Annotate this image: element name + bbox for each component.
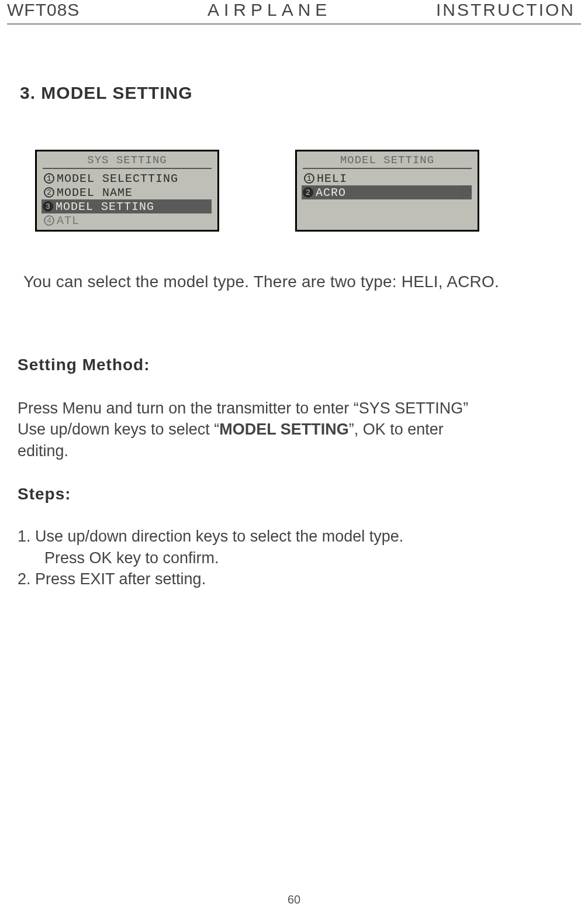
lcd-row-selected: 2 ACRO xyxy=(302,185,472,199)
step-line: 1. Use up/down direction keys to select … xyxy=(18,528,403,545)
setting-method-body: Press Menu and turn on the transmitter t… xyxy=(18,398,570,461)
lcd-title: SYS SETTING xyxy=(43,154,212,167)
lcd-model-setting: MODEL SETTING 1 HELI 2 ACRO ✓ xyxy=(295,150,479,232)
lcd-item-number-icon: 4 xyxy=(44,215,54,226)
header-section: AIRPLANE xyxy=(184,0,331,20)
lcd-item-number-icon: 2 xyxy=(44,187,54,198)
step-line: 2. Press EXIT after setting. xyxy=(18,570,206,588)
lcd-row-selected: 3 MODEL SETTING xyxy=(41,199,212,213)
lcd-item-label: HELI xyxy=(317,172,347,185)
lcd-screenshots-row: SYS SETTING 1 MODEL SELECTTING 2 MODEL N… xyxy=(35,150,570,232)
method-line: Press Menu and turn on the transmitter t… xyxy=(18,399,468,417)
steps-heading: Steps: xyxy=(18,485,570,504)
lcd-item-label: MODEL NAME xyxy=(57,186,133,199)
page-number: 60 xyxy=(0,893,588,906)
lcd-row: 4 ATL xyxy=(43,213,212,227)
page-header: WFT08S AIRPLANE INSTRUCTION xyxy=(7,0,581,25)
lcd-row: 1 HELI xyxy=(303,171,472,185)
lcd-item-label: MODEL SELECTTING xyxy=(57,172,178,185)
steps-body: 1. Use up/down direction keys to select … xyxy=(18,526,570,590)
lcd-divider xyxy=(43,168,212,169)
lcd-row: 1 MODEL SELECTTING xyxy=(43,171,212,185)
section-title: 3. MODEL SETTING xyxy=(20,83,570,103)
lcd-item-label: ACRO xyxy=(316,186,346,199)
method-line: Use up/down keys to select “ xyxy=(18,420,219,438)
header-model: WFT08S xyxy=(7,0,79,20)
lcd-title: MODEL SETTING xyxy=(303,154,472,167)
lcd-row: 2 MODEL NAME xyxy=(43,185,212,199)
lcd-sys-setting: SYS SETTING 1 MODEL SELECTTING 2 MODEL N… xyxy=(35,150,219,232)
lcd-divider xyxy=(303,168,472,169)
lcd-item-label: MODEL SETTING xyxy=(56,200,154,213)
intro-text: You can select the model type. There are… xyxy=(23,273,570,291)
method-line: editing. xyxy=(18,442,68,460)
checkmark-icon: ✓ xyxy=(461,185,472,196)
lcd-item-number-icon: 2 xyxy=(303,187,313,198)
method-bold-term: MODEL SETTING xyxy=(219,420,349,438)
lcd-item-number-icon: 1 xyxy=(304,173,314,184)
step-line: Press OK key to confirm. xyxy=(18,547,570,568)
setting-method-heading: Setting Method: xyxy=(18,356,570,374)
lcd-item-number-icon: 1 xyxy=(44,173,54,184)
header-type: INSTRUCTION xyxy=(436,0,575,20)
page-content: 3. MODEL SETTING SYS SETTING 1 MODEL SEL… xyxy=(0,83,588,590)
method-line: ”, OK to enter xyxy=(349,420,444,438)
lcd-item-label: ATL xyxy=(57,214,79,227)
lcd-item-number-icon: 3 xyxy=(43,201,53,212)
